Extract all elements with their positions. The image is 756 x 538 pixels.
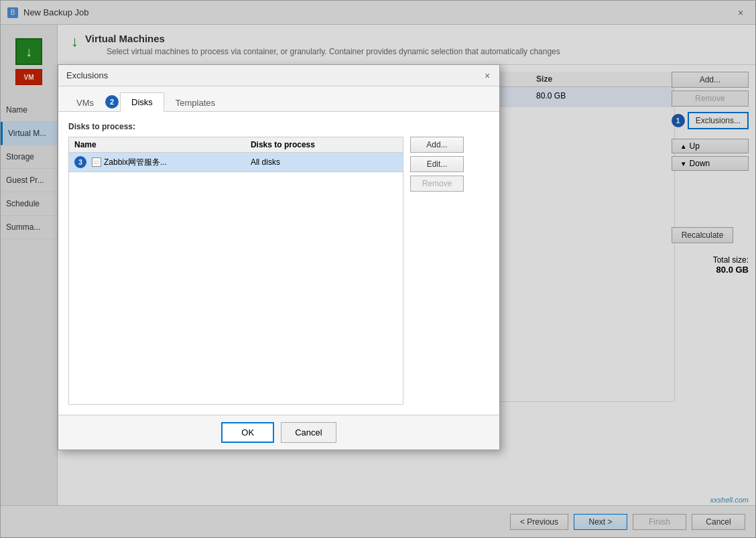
disk-table-row[interactable]: 3 □ Zabbix网管服务... All disks bbox=[69, 153, 403, 172]
badge-2: 2 bbox=[105, 95, 119, 109]
disk-process-header: Disks to process bbox=[251, 140, 397, 149]
dialog-body: Disks to process: Name Disks to process … bbox=[58, 112, 499, 415]
dialog-close-button[interactable]: × bbox=[481, 69, 494, 82]
badge-3: 3 bbox=[74, 156, 86, 168]
disk-row-name: 3 □ Zabbix网管服务... bbox=[74, 156, 251, 168]
disk-remove-button[interactable]: Remove bbox=[410, 176, 464, 192]
tab-templates[interactable]: Templates bbox=[164, 93, 227, 112]
disks-section-label: Disks to process: bbox=[68, 122, 489, 131]
dialog-action-buttons: Add... Edit... Remove bbox=[410, 137, 464, 192]
vm-small-icon: □ bbox=[92, 157, 101, 167]
disk-table-header: Name Disks to process bbox=[69, 137, 403, 153]
main-window: B New Backup Job × ↓ VM Name Virtu bbox=[0, 0, 756, 538]
tab-disks-wrapper: 2 Disks bbox=[105, 92, 164, 111]
disk-process-value: All disks bbox=[251, 157, 397, 167]
disk-edit-button[interactable]: Edit... bbox=[410, 156, 464, 172]
dialog-tabs-area: VMs 2 Disks Templates bbox=[58, 86, 499, 112]
tab-vms[interactable]: VMs bbox=[65, 93, 105, 112]
exclusions-dialog: Exclusions × VMs 2 Disks Templates Disks… bbox=[58, 64, 500, 450]
dialog-overlay: Exclusions × VMs 2 Disks Templates Disks… bbox=[1, 1, 756, 538]
disk-vm-name: Zabbix网管服务... bbox=[104, 157, 167, 168]
dialog-title: Exclusions bbox=[66, 70, 108, 80]
disk-content: Name Disks to process 3 □ Zabbix网管服务... bbox=[68, 137, 489, 405]
tab-disks[interactable]: Disks bbox=[120, 92, 164, 112]
disk-name-header: Name bbox=[74, 140, 251, 149]
disk-add-button[interactable]: Add... bbox=[410, 137, 464, 153]
disk-table: Name Disks to process 3 □ Zabbix网管服务... bbox=[68, 137, 403, 405]
dialog-ok-button[interactable]: OK bbox=[221, 422, 274, 443]
disk-row-name-inner: 3 □ Zabbix网管服务... bbox=[74, 156, 167, 168]
dialog-footer: OK Cancel bbox=[58, 415, 499, 450]
dialog-cancel-button[interactable]: Cancel bbox=[281, 422, 336, 443]
dialog-title-bar: Exclusions × bbox=[58, 65, 499, 86]
